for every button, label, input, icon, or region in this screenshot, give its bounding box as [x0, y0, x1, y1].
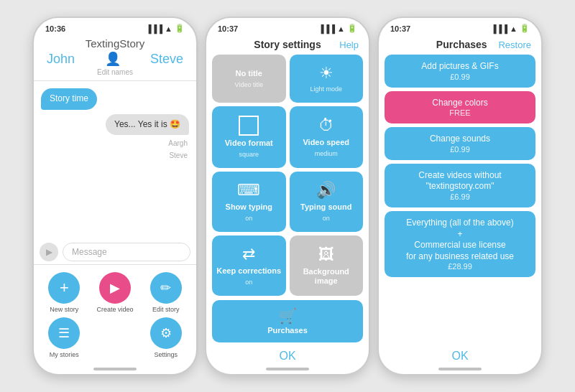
bubble-right: Yes... Yes it is 🤩	[106, 114, 189, 136]
name-right: Steve	[150, 52, 183, 67]
edit-story-btn[interactable]: ✏ Edit story	[142, 272, 189, 313]
cell-video-speed[interactable]: ⏱ Video speed medium	[290, 106, 364, 168]
screen3-header: Purchases Restore	[379, 36, 541, 55]
action-buttons: + New story ▶ Create video ✏ Edit story …	[34, 268, 196, 364]
square-icon	[239, 116, 259, 136]
cell-typing-sound-label: Typing sound	[300, 202, 351, 212]
purchase-item-1-price: £0.99	[450, 73, 470, 81]
status-bar-3: 10:37 ▐▐▐ ▲ 🔋	[379, 18, 541, 36]
cell-keep-corrections-label: Keep corrections	[216, 266, 281, 276]
cell-video-speed-label: Video speed	[303, 138, 349, 147]
send-icon: ▶	[46, 247, 52, 257]
ok-button-2[interactable]: OK	[279, 350, 295, 363]
home-indicator-3	[379, 364, 541, 374]
new-story-icon: +	[48, 272, 80, 304]
ok-btn-area-2: OK	[206, 347, 369, 364]
purchase-item-4-label: Create videos without"textingstory.com"	[418, 170, 501, 192]
screen3-phone: 10:37 ▐▐▐ ▲ 🔋 Purchases Restore Add pict…	[377, 17, 543, 375]
screen2-phone: 10:37 ▐▐▐ ▲ 🔋 Story settings Help No tit…	[205, 17, 370, 375]
message-input[interactable]: Message	[63, 243, 190, 261]
edit-names-label[interactable]: Edit names	[34, 68, 196, 76]
home-indicator-1	[34, 364, 196, 374]
new-story-label: New story	[50, 306, 78, 313]
my-stories-label: My stories	[50, 351, 79, 358]
send-button[interactable]: ▶	[40, 243, 58, 261]
screen2-title: Story settings	[254, 39, 321, 50]
ok-button-3[interactable]: OK	[451, 350, 468, 363]
status-bar-1: 10:36 ▐▐▐ ▲ 🔋	[34, 18, 196, 36]
cell-show-typing-sub: on	[245, 215, 252, 222]
purchase-list: Add pictures & GIFs £0.99 Change colors …	[379, 55, 541, 345]
purchase-item-5-label: Everything (all of the above)+Commercial…	[406, 218, 514, 262]
message-input-row: ▶ Message	[34, 240, 196, 264]
purchase-item-1[interactable]: Add pictures & GIFs £0.99	[385, 55, 535, 88]
purchases-btn-area: 🛒 Purchases	[206, 296, 369, 347]
new-story-btn[interactable]: + New story	[41, 272, 88, 313]
cell-keep-corrections[interactable]: ⇄ Keep corrections on	[212, 235, 286, 296]
purchase-item-5-price: £28.99	[448, 262, 472, 271]
cell-typing-sound-sub: on	[323, 215, 330, 222]
status-time-3: 10:37	[390, 24, 410, 33]
create-video-btn[interactable]: ▶ Create video	[92, 272, 139, 313]
cell-light-mode[interactable]: ☀ Light mode	[290, 55, 364, 103]
screen3-title: Purchases	[425, 39, 498, 50]
purchases-label: Purchases	[267, 326, 308, 335]
header-divider	[34, 80, 196, 81]
create-video-label: Create video	[96, 306, 133, 313]
settings-btn[interactable]: ⚙ Settings	[142, 317, 189, 358]
sound-icon: 🔊	[316, 181, 336, 200]
status-icons-1: ▐▐▐ ▲ 🔋	[146, 24, 185, 33]
status-icons-3: ▐▐▐ ▲ 🔋	[491, 24, 530, 33]
corrections-icon: ⇄	[242, 245, 255, 263]
purchase-item-5[interactable]: Everything (all of the above)+Commercial…	[385, 211, 535, 277]
sun-icon: ☀	[319, 64, 334, 83]
cell-video-format[interactable]: Video format square	[212, 106, 286, 168]
purchase-item-2[interactable]: Change colors FREE	[385, 91, 535, 124]
avatar-icon: 👤	[105, 51, 121, 67]
purchase-item-3-label: Change sounds	[430, 134, 490, 145]
home-indicator-2	[206, 364, 369, 374]
cell-background-image[interactable]: 🖼 Background image	[290, 235, 364, 296]
cell-keep-corrections-sub: on	[245, 279, 252, 286]
purchase-item-3[interactable]: Change sounds £0.99	[385, 127, 535, 160]
screen1-phone: 10:36 ▐▐▐ ▲ 🔋 TextingStory John 👤 Steve …	[32, 17, 198, 375]
speed-icon: ⏱	[318, 116, 334, 135]
cell-no-title[interactable]: No title Video title	[212, 55, 286, 103]
chat-label2: Steve	[169, 151, 189, 159]
name-left: John	[47, 52, 75, 67]
home-bar-2	[266, 368, 309, 370]
status-icons-2: ▐▐▐ ▲ 🔋	[318, 24, 357, 33]
purchase-item-4[interactable]: Create videos without"textingstory.com" …	[385, 164, 535, 207]
purchase-item-4-price: £6.99	[450, 192, 470, 201]
cell-show-typing[interactable]: ⌨ Show typing on	[212, 172, 286, 232]
cell-no-title-label: No title	[236, 69, 262, 78]
cart-icon: 🛒	[279, 307, 297, 325]
home-bar-1	[93, 368, 137, 370]
purchase-item-2-price: FREE	[449, 108, 470, 117]
names-row: John 👤 Steve	[34, 50, 196, 68]
cell-video-speed-sub: medium	[315, 150, 338, 157]
create-video-icon: ▶	[99, 272, 131, 304]
cell-typing-sound[interactable]: 🔊 Typing sound on	[290, 172, 364, 232]
help-button[interactable]: Help	[339, 39, 359, 50]
restore-button[interactable]: Restore	[498, 39, 531, 50]
purchase-item-2-label: Change colors	[432, 98, 487, 109]
bottom-divider	[34, 264, 196, 265]
typing-icon: ⌨	[237, 181, 260, 200]
cell-video-format-label: Video format	[225, 139, 273, 148]
purchases-button[interactable]: 🛒 Purchases	[212, 300, 363, 342]
my-stories-btn[interactable]: ☰ My stories	[41, 317, 88, 358]
screen2-header: Story settings Help	[206, 36, 369, 55]
status-bar-2: 10:37 ▐▐▐ ▲ 🔋	[206, 18, 369, 36]
status-time-2: 10:37	[218, 24, 238, 33]
cell-video-format-sub: square	[239, 151, 259, 158]
app-title: TextingStory	[34, 37, 196, 50]
edit-story-label: Edit story	[152, 306, 180, 313]
cell-light-mode-label: Light mode	[310, 85, 342, 93]
settings-grid: No title Video title ☀ Light mode Video …	[206, 55, 369, 296]
bubble-left: Story time	[41, 88, 97, 110]
cell-no-title-sub: Video title	[235, 81, 263, 88]
purchase-item-1-label: Add pictures & GIFs	[421, 61, 498, 73]
message-placeholder: Message	[72, 247, 107, 257]
chat-area: Story time Yes... Yes it is 🤩 Aargh Stev…	[34, 83, 196, 240]
